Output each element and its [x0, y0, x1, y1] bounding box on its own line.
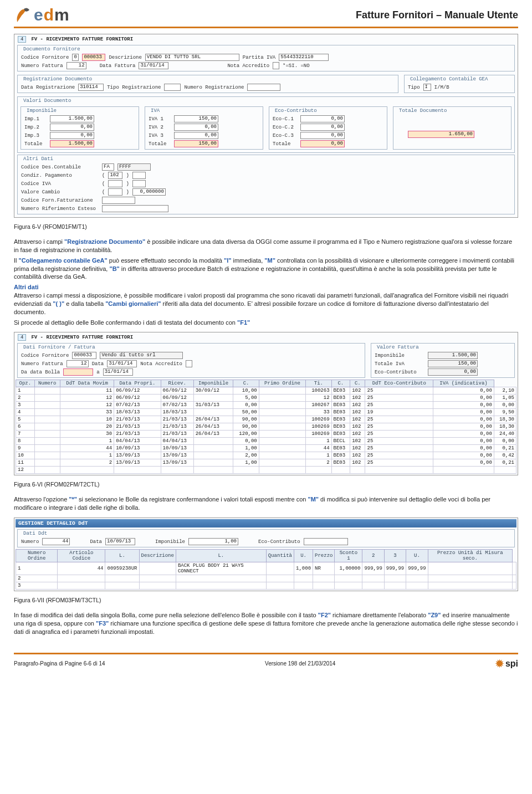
screenshot-2: 4FV - RICEVIMENTO FATTURE FORNITORI Dati… [14, 332, 518, 475]
figure-caption-1: Figura 6-V (RFOM01FM/T1) [14, 223, 518, 230]
page-header: edm Fatture Fornitori – Manuale Utente [14, 6, 518, 28]
table-row[interactable]: 94410/09/1310/09/131,0044BE03102250,000,… [16, 445, 516, 452]
data-reg-input[interactable]: 310114 [78, 84, 104, 91]
spi-logo: ✹spi [495, 658, 518, 670]
eco2-input[interactable]: 0,00 [300, 124, 345, 131]
table-row[interactable]: 51021/03/1321/03/1326/04/1390,00100269BE… [16, 416, 516, 423]
bolle-table: Opz.NumeroDdT Data MovimData Propri.Rice… [16, 380, 516, 474]
eco1-input[interactable]: 0,00 [300, 115, 345, 122]
totale-documento: 1.650,00 [408, 131, 474, 138]
table-row[interactable]: 31207/02/1307/02/1331/03/130,00100267BE0… [16, 402, 516, 409]
table-row[interactable]: 12 [16, 467, 516, 474]
footer-mid: Versione 198 del 21/03/2014 [265, 660, 335, 667]
table-row[interactable]: 8104/04/1304/04/130,001BECL102250,000,00 [16, 438, 516, 445]
nota-accredito-input[interactable] [273, 62, 279, 69]
screenshot-1: 4FV - RICEVIMENTO FATTURE FORNITORI Docu… [14, 34, 518, 218]
window-title: GESTIONE DETTAGLIO DdT [16, 519, 516, 527]
imp2-input[interactable]: 0,00 [50, 124, 94, 131]
paragraph: Il "Collegamento contabile GeA" può esse… [14, 257, 518, 281]
ddt-imp-input[interactable]: 1,00 [188, 538, 238, 545]
a-data-bolla-input[interactable]: 31/01/14 [103, 368, 133, 376]
codice-fornitore-input[interactable]: 000033 [82, 54, 105, 61]
ddt-eco-input[interactable] [304, 538, 348, 545]
data-input[interactable]: 31/01/14 [107, 360, 137, 367]
edm-logo: edm [14, 6, 70, 24]
window-title: FV - RICEVIMENTO FATTURE FORNITORI [31, 37, 133, 42]
footer-left: Paragrafo-Pagina di Pagine 6-6 di 14 [14, 660, 105, 667]
data-fattura-input[interactable]: 31/01/14 [139, 62, 168, 69]
iva-tot: 150,00 [174, 140, 218, 147]
doc-title: Fatture Fornitori – Manuale Utente [356, 9, 518, 21]
table-row[interactable]: 43318/03/1318/03/1350,0033BE03102190,009… [16, 409, 516, 416]
tipo-gea-input[interactable]: I [423, 84, 431, 91]
descont-a-input[interactable]: FA [102, 163, 114, 171]
eco3-input[interactable]: 0,00 [300, 132, 345, 139]
table-row[interactable]: 3 [16, 582, 516, 590]
paragraph: Si procede al dettaglio delle Bolle conf… [14, 319, 518, 327]
da-data-bolla-input[interactable] [63, 368, 93, 376]
piva-input[interactable]: 55443322110 [279, 54, 329, 61]
eco-tot: 0,00 [300, 140, 345, 147]
table-row[interactable]: 62021/03/1321/03/1326/04/1390,00100269BE… [16, 423, 516, 431]
gear-icon: ✹ [495, 658, 504, 670]
tipo-reg-input[interactable] [164, 84, 181, 91]
paragraph: Altri datiAttraverso i campi messi a dis… [14, 283, 518, 316]
window-title: FV - RICEVIMENTO FATTURE FORNITORI [31, 335, 133, 340]
table-row[interactable]: 11213/09/1313/09/131,002BE03102250,000,2… [16, 459, 516, 467]
page-footer: Paragrafo-Pagina di Pagine 6-6 di 14 Ver… [14, 653, 518, 670]
iva3-input[interactable]: 0,00 [174, 132, 218, 139]
ddt-data-input[interactable]: 10/09/13 [105, 538, 135, 545]
imp1-input[interactable]: 1.500,00 [50, 115, 94, 122]
cf-input[interactable]: 000033 [72, 352, 96, 359]
table-row[interactable]: 73021/03/1321/03/1326/04/13120,00100269B… [16, 431, 516, 438]
rif-esteso-input[interactable] [102, 205, 168, 212]
table-row[interactable]: 21206/09/1206/09/125,0012BE03102250,001,… [16, 395, 516, 402]
codice-iva-input[interactable] [108, 180, 122, 187]
numero-fattura-input[interactable]: 12 [66, 62, 86, 69]
dettaglio-table: Numero OrdineArticolo CodiceL.Descrizion… [16, 549, 516, 590]
tab-number: 4 [18, 36, 26, 43]
forn-fatt-input[interactable] [102, 197, 135, 204]
condiz-pag-input[interactable]: 102 [108, 172, 122, 179]
iva2-input[interactable]: 0,00 [174, 124, 218, 131]
figure-caption-2: Figura 6-VI (RFOM02FM/T2CTL) [14, 481, 518, 488]
nf-input[interactable]: 12 [66, 360, 89, 367]
cambio-input[interactable]: 0,000000 [132, 188, 166, 196]
tab-number: 4 [18, 334, 26, 341]
paragraph: In fase di modifica dei dati della singo… [14, 611, 518, 636]
paragraph: Attraverso i campi "Registrazione Docume… [14, 238, 518, 254]
num-reg-input[interactable] [247, 84, 280, 91]
ddt-num-input[interactable]: 44 [42, 538, 70, 545]
imp3-input[interactable]: 0,00 [50, 132, 94, 139]
table-row[interactable]: 11106/09/1206/09/1230/09/1210,00100263BE… [16, 387, 516, 395]
screenshot-3: GESTIONE DETTAGLIO DdT Dati Ddt Numero44… [14, 518, 518, 591]
descrizione-input[interactable]: VENDO DI TUTTO SRL [145, 54, 239, 61]
table-row[interactable]: 14400959238URBACK PLUG BODY 21 WAYS CONN… [16, 562, 516, 575]
paragraph: Attraverso l'opzione "*" si selezionano … [14, 495, 518, 512]
figure-caption-3: Figura 6-VII (RFOM03FM/T3CTL) [14, 597, 518, 603]
table-row[interactable]: 10113/09/1313/09/132,001BE03102250,000,4… [16, 452, 516, 459]
imp-tot: 1.500,00 [50, 140, 94, 147]
iva1-input[interactable]: 150,00 [174, 115, 218, 122]
table-row[interactable]: 2 [16, 575, 516, 582]
